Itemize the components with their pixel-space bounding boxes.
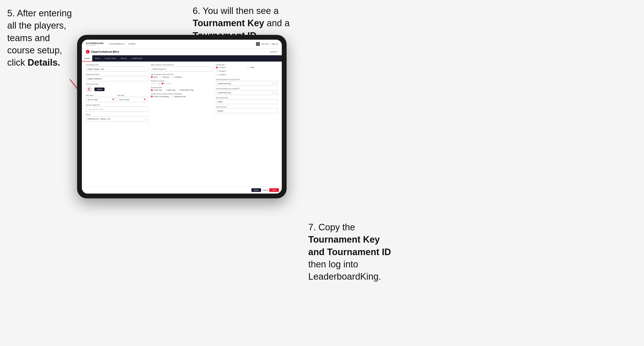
format-other-radio[interactable] <box>247 66 249 69</box>
api2-input[interactable]: Leaderboard King ✕ ⌄ <box>216 90 278 95</box>
format-other[interactable]: Other <box>247 66 278 69</box>
logo-circle: C <box>86 86 92 93</box>
user-avatar: TU <box>256 42 260 46</box>
rounds-2-radio[interactable] <box>156 82 158 85</box>
scoring-label: Scoring system <box>151 87 213 88</box>
scoring-medal-match[interactable]: Medal Match Play <box>177 89 194 91</box>
tournament-key-value: b4f8b7 <box>216 99 278 104</box>
save-button[interactable]: Save <box>269 188 279 192</box>
tournament-key-group: Tournament Key b4f8b7 <box>216 97 278 104</box>
venue-group: Venue Peachtree GC - Atlanta - GA ⌄ <box>86 114 148 121</box>
gender-group: Which gender is the event for? Mens Wome… <box>151 74 213 78</box>
upload-button[interactable]: Upload <box>94 88 104 91</box>
api1-input[interactable]: Leaderboard King ✕ ⌄ <box>216 81 278 86</box>
gender-mens-radio[interactable] <box>151 76 153 78</box>
start-date-label: Start date <box>86 95 116 96</box>
tournament-logo-label: Tournament logo <box>86 83 148 85</box>
end-date-group: End date Jan 23, 2024 📅 <box>118 95 148 102</box>
tournament-header: C Clippd Invitational (Men) Cancel ✕ <box>82 48 282 55</box>
rounds-4[interactable]: 4 <box>167 82 170 85</box>
date-row: Start date Jan 21, 2024 📅 End date Jan 2… <box>86 95 148 102</box>
rounds-2[interactable]: 2 <box>156 82 160 85</box>
start-date-group: Start date Jan 21, 2024 📅 <box>86 95 116 102</box>
scoring-match-radio[interactable] <box>164 89 166 91</box>
scoring-match[interactable]: Match Play <box>164 89 176 91</box>
gender-mens[interactable]: Mens <box>151 76 158 78</box>
top-nav: SCOREBOARD Powered by clippd TOURNAMENTS… <box>82 40 282 48</box>
tournament-name-input[interactable]: Clippd Invitational <box>86 76 148 81</box>
rounds-4-radio[interactable] <box>167 82 169 85</box>
tab-results[interactable]: Results <box>118 55 129 62</box>
format-options: 5 count 4 Other 6 count 4 <box>216 66 278 77</box>
calendar-icon: 📅 <box>112 99 114 101</box>
tab-leaderboards[interactable]: Leaderboards <box>129 55 145 62</box>
delete-button[interactable]: Delete <box>252 188 261 192</box>
venue-input[interactable]: Peachtree GC - Atlanta - GA ⌄ <box>86 116 148 121</box>
action-bar: Delete Cancel Save <box>82 186 282 193</box>
division-group: Which division is the event for? NCAA Di… <box>151 64 213 72</box>
nav-links: TOURNAMENTS TEAMS <box>108 43 256 45</box>
division-label: Which division is the event for? <box>151 64 213 66</box>
scoring-medal-match-radio[interactable] <box>177 89 180 91</box>
tournament-host-input[interactable]: Clippd College - Men ⌄ <box>86 66 148 72</box>
scoring-group: Scoring system Stroke Play Match Play <box>151 87 213 91</box>
tab-details[interactable]: Details <box>82 55 92 62</box>
rounds-3-radio[interactable] <box>161 82 164 85</box>
cancel-button-bottom[interactable]: Cancel <box>262 189 268 191</box>
nav-link-teams[interactable]: TEAMS <box>128 43 135 45</box>
rounds-1[interactable]: 1 <box>151 82 154 85</box>
nav-right: TU Test User | Sign out <box>256 42 278 46</box>
rounds-group: Number of rounds 1 2 <box>151 80 213 85</box>
rounds-3[interactable]: 3 <box>161 82 165 85</box>
individuals-only[interactable]: Individuals Only <box>171 95 186 98</box>
format-6count4[interactable]: 6 count 4 <box>216 70 246 72</box>
format-5count4[interactable]: 5 count 4 <box>216 66 246 69</box>
sponsor-input[interactable]: Enter sponsor name <box>86 107 148 112</box>
api1-group: Use third-party live scoring API? Leader… <box>216 79 278 86</box>
tournament-logo-group: Tournament logo C Upload <box>86 83 148 93</box>
brand: SCOREBOARD Powered by clippd <box>86 42 104 46</box>
tablet-screen: SCOREBOARD Powered by clippd TOURNAMENTS… <box>82 40 282 193</box>
format-label: Format type <box>216 64 278 66</box>
scoring-stroke[interactable]: Stroke Play <box>151 89 162 91</box>
tab-course-setup[interactable]: Course Setup <box>102 55 118 62</box>
api2-clear-btn[interactable]: ✕ ⌄ <box>272 92 276 94</box>
gender-radio-group: Mens Womens Combined <box>151 76 213 78</box>
annotation-bottom-right: 7. Copy the Tournament Key and Tournamen… <box>308 221 424 283</box>
division-input[interactable]: NCAA Division III ⌄ <box>151 66 213 72</box>
rounds-label: Number of rounds <box>151 80 213 82</box>
tournament-id-label: Tournament ID <box>216 106 278 108</box>
format-5count4-radio[interactable] <box>216 66 218 69</box>
teams-radio-group: Teams (+Individuals) Individuals Only <box>151 95 213 98</box>
scoring-radio-group: Stroke Play Match Play Medal Match Play <box>151 89 213 91</box>
gender-combined-radio[interactable] <box>171 76 174 78</box>
nav-link-tournaments[interactable]: TOURNAMENTS <box>108 43 125 45</box>
dates-group: Start date Jan 21, 2024 📅 End date Jan 2… <box>86 95 148 102</box>
end-date-input[interactable]: Jan 23, 2024 📅 <box>118 97 148 102</box>
cancel-button[interactable]: Cancel ✕ <box>270 51 278 53</box>
gender-combined[interactable]: Combined <box>171 76 182 78</box>
col2: Which division is the event for? NCAA Di… <box>149 64 214 184</box>
api1-clear-btn[interactable]: ✕ ⌄ <box>272 82 276 85</box>
teams-group: Is this event for Teams and/or Individua… <box>151 93 213 98</box>
individuals-only-radio[interactable] <box>171 95 173 98</box>
format-6count5-radio[interactable] <box>216 74 218 76</box>
api2-label: Use third-party live scoring API? <box>216 88 278 89</box>
tournament-name-group: Tournament name Clippd Invitational <box>86 74 148 81</box>
sign-out-link[interactable]: Sign out <box>272 43 278 45</box>
tab-teams[interactable]: Teams <box>92 55 102 62</box>
start-date-input[interactable]: Jan 21, 2024 📅 <box>86 97 116 102</box>
gender-womens[interactable]: Womens <box>160 76 169 78</box>
tournament-icon: C <box>86 50 90 54</box>
rounds-1-radio[interactable] <box>151 82 153 85</box>
rounds-radio-group: 1 2 3 4 <box>151 82 213 85</box>
logo-section: C Upload <box>86 86 148 93</box>
teams-plus-individuals[interactable]: Teams (+Individuals) <box>151 95 169 98</box>
venue-label: Venue <box>86 114 148 115</box>
format-6count5[interactable]: 6 count 5 <box>216 74 246 76</box>
scoring-stroke-radio[interactable] <box>151 89 153 91</box>
teams-plus-individuals-radio[interactable] <box>151 95 153 98</box>
format-6count4-radio[interactable] <box>216 70 218 72</box>
gender-womens-radio[interactable] <box>160 76 162 78</box>
col1: Tournament Host Clippd College - Men ⌄ T… <box>84 64 149 184</box>
